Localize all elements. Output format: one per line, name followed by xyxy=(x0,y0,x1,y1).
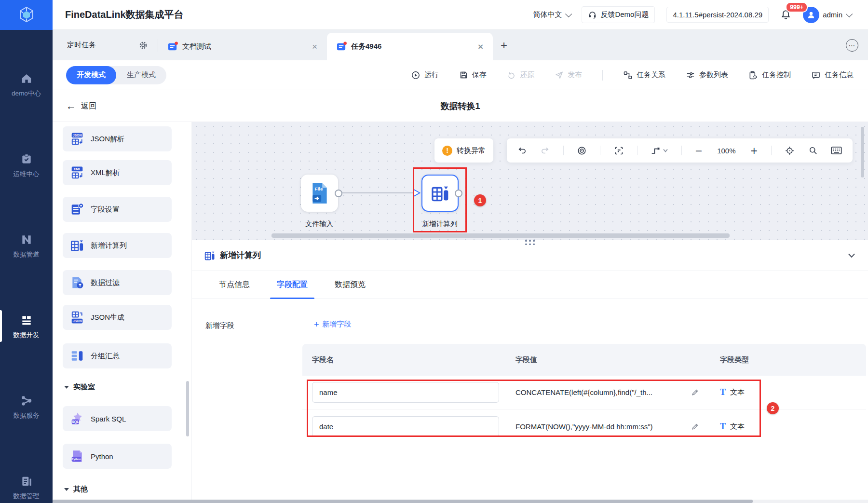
task-tab-bar: 定时任务 文档测试 × 任务4946 × + ⋯ xyxy=(53,30,868,60)
palette-scrollbar[interactable] xyxy=(186,381,189,436)
back-button[interactable]: ← 返回 xyxy=(66,90,96,122)
palette-item-group-aggregate[interactable]: 分组汇总 xyxy=(63,343,172,368)
add-tab-button[interactable]: + xyxy=(501,40,507,51)
section-label: 实验室 xyxy=(73,382,95,392)
task-relation-button[interactable]: 任务关系 xyxy=(623,70,665,80)
palette-item-spark-sql[interactable]: SQL Spark SQL xyxy=(63,406,172,431)
close-icon[interactable]: × xyxy=(478,42,483,51)
sidebar-item-data-manage[interactable]: 数据管理 xyxy=(0,465,53,503)
palette-item-xml-parse[interactable]: XML XML解析 xyxy=(63,160,172,185)
field-value-formula: CONCATENATE(left(#{column},find("/_th... xyxy=(515,388,688,396)
chevron-down-icon xyxy=(565,10,572,17)
palette-item-label: 字段设置 xyxy=(91,205,120,214)
add-calc-column-icon xyxy=(431,184,449,203)
fit-view-button[interactable] xyxy=(614,146,624,156)
dev-mode-button[interactable]: 开发模式 xyxy=(66,66,116,84)
close-icon[interactable]: × xyxy=(312,42,317,51)
restore-button[interactable]: 还原 xyxy=(507,70,534,80)
mode-toggle: 开发模式 生产模式 xyxy=(66,66,166,84)
locate-node-button[interactable] xyxy=(577,146,587,156)
task-control-button[interactable]: 任务控制 xyxy=(748,70,791,80)
collapse-panel-button[interactable] xyxy=(848,253,855,258)
palette-item-python[interactable]: Python Python xyxy=(63,444,172,469)
sidebar-item-ops-center[interactable]: 运维中心 xyxy=(0,143,53,188)
language-selector[interactable]: 简体中文 xyxy=(533,10,570,19)
undo-button[interactable] xyxy=(517,146,527,155)
palette-item-data-filter[interactable]: 数据过滤 xyxy=(63,270,172,295)
fit-view-icon xyxy=(614,146,624,156)
palette-item-field-settings[interactable]: 字段设置 xyxy=(63,197,172,222)
panel-tabs: 节点信息 字段配置 数据预览 xyxy=(192,271,868,299)
person-icon xyxy=(806,10,816,20)
node-add-calc-column[interactable] xyxy=(421,175,459,212)
text-type-icon: T xyxy=(720,421,726,432)
username-label: admin xyxy=(823,11,842,19)
table-row: FORMAT(NOW(),"yyyy-MM-dd hh:mm:ss") T 文本 xyxy=(302,409,866,443)
field-type-select[interactable]: T 文本 xyxy=(710,421,866,432)
more-options-icon[interactable]: ⋯ xyxy=(846,39,858,52)
svg-text:Python: Python xyxy=(72,458,81,461)
redo-button[interactable] xyxy=(540,146,550,155)
edit-formula-button[interactable] xyxy=(691,422,699,431)
task-info-button[interactable]: 任务信息 xyxy=(811,70,854,80)
divider xyxy=(600,146,600,155)
publish-icon xyxy=(555,70,564,80)
node-file-input[interactable]: File xyxy=(301,175,338,212)
save-button[interactable]: 保存 xyxy=(459,70,487,80)
publish-button[interactable]: 发布 xyxy=(555,70,582,80)
sidebar-item-label: 运维中心 xyxy=(14,170,40,178)
restore-icon xyxy=(507,70,516,80)
data-manage-icon xyxy=(20,475,33,488)
palette-item-json-generate[interactable]: JSON JSON生成 xyxy=(63,305,172,330)
output-port[interactable] xyxy=(455,190,462,197)
tab-node-info[interactable]: 节点信息 xyxy=(219,271,250,299)
sidebar-item-demo-center[interactable]: demo中心 xyxy=(0,63,53,107)
feedback-button[interactable]: 反馈Demo问题 xyxy=(582,6,655,23)
sidebar-item-data-service[interactable]: 数据服务 xyxy=(0,385,53,429)
field-name-input[interactable] xyxy=(312,416,499,437)
tab-field-config[interactable]: 字段配置 xyxy=(277,271,308,299)
page-hscrollbar[interactable] xyxy=(53,500,753,503)
spark-sql-icon: SQL xyxy=(70,412,84,425)
prod-mode-button[interactable]: 生产模式 xyxy=(116,66,166,84)
tab-data-preview[interactable]: 数据预览 xyxy=(335,271,366,299)
connection-style-button[interactable] xyxy=(651,146,668,155)
app-logo[interactable] xyxy=(0,0,53,30)
section-other[interactable]: 其他 xyxy=(64,485,88,494)
palette-item-json-parse[interactable]: JSON JSON解析 xyxy=(63,126,172,151)
field-name-input[interactable] xyxy=(312,382,499,403)
output-port[interactable] xyxy=(335,190,342,197)
headset-icon xyxy=(588,10,597,19)
table-row: CONCATENATE(left(#{column},find("/_th...… xyxy=(302,376,866,409)
user-menu[interactable]: admin xyxy=(803,7,851,23)
zoom-in-button[interactable]: + xyxy=(750,146,758,155)
section-lab[interactable]: 实验室 xyxy=(64,382,95,392)
flow-canvas[interactable]: ! 转换异常 − 100% xyxy=(192,122,868,240)
tab-doc-test[interactable]: 文档测试 × xyxy=(158,33,327,60)
search-node-button[interactable] xyxy=(808,146,818,155)
col-header-field-type: 字段类型 xyxy=(710,355,866,365)
run-button[interactable]: 运行 xyxy=(411,70,439,80)
transform-error-chip[interactable]: ! 转换异常 xyxy=(434,138,493,163)
feedback-label: 反馈Demo问题 xyxy=(600,10,649,19)
canvas-hscrollbar[interactable] xyxy=(271,233,730,238)
param-list-button[interactable]: 参数列表 xyxy=(686,70,728,80)
gear-icon[interactable] xyxy=(138,41,148,50)
sidebar-item-data-pipeline[interactable]: 数据管道 xyxy=(0,224,53,268)
tab-task-4946[interactable]: 任务4946 × xyxy=(327,33,493,60)
shortcut-keys-button[interactable] xyxy=(831,146,842,155)
sidebar-item-data-dev[interactable]: 数据开发 xyxy=(0,304,53,349)
palette-item-add-calc-column[interactable]: 新增计算列 xyxy=(63,233,172,258)
scheduled-task-label[interactable]: 定时任务 xyxy=(67,41,96,50)
center-locate-button[interactable] xyxy=(785,146,795,156)
zoom-out-button[interactable]: − xyxy=(695,146,703,155)
palette-item-label: 新增计算列 xyxy=(91,241,127,250)
edit-formula-button[interactable] xyxy=(691,388,699,396)
field-type-select[interactable]: T 文本 xyxy=(710,387,866,397)
panel-resize-handle[interactable] xyxy=(524,239,536,246)
input-port-arrow[interactable] xyxy=(413,189,421,197)
add-field-button[interactable]: + 新增字段 xyxy=(314,320,352,329)
canvas-vscrollbar[interactable] xyxy=(861,127,864,177)
divider xyxy=(771,146,772,155)
notifications-button[interactable]: 999+ xyxy=(780,9,791,20)
